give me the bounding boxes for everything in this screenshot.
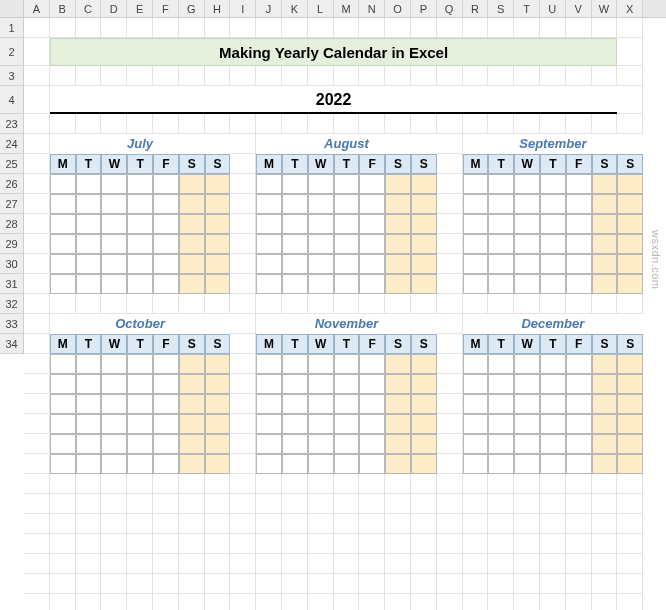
calendar-cell[interactable]: [205, 394, 231, 414]
row-header[interactable]: 4: [0, 86, 24, 114]
calendar-cell[interactable]: [592, 194, 618, 214]
calendar-cell[interactable]: [76, 454, 102, 474]
calendar-cell[interactable]: [205, 354, 231, 374]
calendar-cell[interactable]: [488, 274, 514, 294]
calendar-cell[interactable]: [50, 174, 76, 194]
calendar-cell[interactable]: [334, 214, 360, 234]
calendar-cell[interactable]: [256, 234, 282, 254]
calendar-cell[interactable]: [76, 374, 102, 394]
calendar-cell[interactable]: [411, 454, 437, 474]
calendar-cell[interactable]: [359, 414, 385, 434]
calendar-cell[interactable]: [359, 454, 385, 474]
calendar-cell[interactable]: [540, 254, 566, 274]
calendar-cell[interactable]: [540, 354, 566, 374]
calendar-cell[interactable]: [308, 274, 334, 294]
calendar-cell[interactable]: [153, 274, 179, 294]
calendar-cell[interactable]: [50, 374, 76, 394]
calendar-cell[interactable]: [308, 194, 334, 214]
calendar-cell[interactable]: [540, 434, 566, 454]
calendar-cell[interactable]: [50, 414, 76, 434]
calendar-cell[interactable]: [359, 374, 385, 394]
calendar-cell[interactable]: [50, 254, 76, 274]
calendar-cell[interactable]: [127, 454, 153, 474]
calendar-cell[interactable]: [514, 194, 540, 214]
calendar-cell[interactable]: [385, 454, 411, 474]
calendar-cell[interactable]: [282, 254, 308, 274]
calendar-cell[interactable]: [359, 174, 385, 194]
calendar-cell[interactable]: [411, 234, 437, 254]
calendar-cell[interactable]: [514, 354, 540, 374]
calendar-cell[interactable]: [463, 214, 489, 234]
calendar-cell[interactable]: [488, 194, 514, 214]
calendar-cell[interactable]: [256, 374, 282, 394]
calendar-cell[interactable]: [179, 234, 205, 254]
row-header[interactable]: 2: [0, 38, 24, 66]
calendar-cell[interactable]: [463, 194, 489, 214]
calendar-cell[interactable]: [256, 354, 282, 374]
calendar-cell[interactable]: [359, 274, 385, 294]
calendar-cell[interactable]: [540, 374, 566, 394]
calendar-cell[interactable]: [205, 454, 231, 474]
col-header[interactable]: I: [230, 0, 256, 17]
calendar-cell[interactable]: [463, 234, 489, 254]
calendar-cell[interactable]: [385, 354, 411, 374]
calendar-cell[interactable]: [334, 434, 360, 454]
col-header[interactable]: F: [153, 0, 179, 17]
row-header[interactable]: 31: [0, 274, 24, 294]
calendar-cell[interactable]: [385, 274, 411, 294]
calendar-cell[interactable]: [592, 234, 618, 254]
col-header[interactable]: D: [101, 0, 127, 17]
calendar-cell[interactable]: [76, 214, 102, 234]
calendar-cell[interactable]: [334, 174, 360, 194]
calendar-cell[interactable]: [540, 454, 566, 474]
calendar-cell[interactable]: [411, 374, 437, 394]
calendar-cell[interactable]: [540, 414, 566, 434]
row-header[interactable]: 26: [0, 174, 24, 194]
calendar-cell[interactable]: [127, 174, 153, 194]
calendar-cell[interactable]: [540, 214, 566, 234]
calendar-cell[interactable]: [76, 194, 102, 214]
calendar-cell[interactable]: [50, 274, 76, 294]
calendar-cell[interactable]: [153, 394, 179, 414]
calendar-cell[interactable]: [205, 414, 231, 434]
calendar-cell[interactable]: [359, 214, 385, 234]
calendar-cell[interactable]: [514, 254, 540, 274]
calendar-cell[interactable]: [76, 234, 102, 254]
calendar-cell[interactable]: [592, 254, 618, 274]
col-header[interactable]: P: [411, 0, 437, 17]
calendar-cell[interactable]: [127, 414, 153, 434]
calendar-cell[interactable]: [334, 274, 360, 294]
calendar-cell[interactable]: [540, 274, 566, 294]
calendar-cell[interactable]: [514, 234, 540, 254]
calendar-cell[interactable]: [308, 174, 334, 194]
calendar-cell[interactable]: [101, 274, 127, 294]
calendar-cell[interactable]: [566, 354, 592, 374]
calendar-cell[interactable]: [282, 374, 308, 394]
calendar-cell[interactable]: [76, 274, 102, 294]
calendar-cell[interactable]: [592, 214, 618, 234]
calendar-cell[interactable]: [463, 394, 489, 414]
calendar-cell[interactable]: [256, 254, 282, 274]
calendar-cell[interactable]: [411, 214, 437, 234]
calendar-cell[interactable]: [256, 414, 282, 434]
calendar-cell[interactable]: [179, 374, 205, 394]
calendar-cell[interactable]: [411, 394, 437, 414]
calendar-cell[interactable]: [179, 434, 205, 454]
calendar-cell[interactable]: [101, 414, 127, 434]
calendar-cell[interactable]: [488, 454, 514, 474]
calendar-cell[interactable]: [514, 394, 540, 414]
calendar-cell[interactable]: [592, 394, 618, 414]
calendar-cell[interactable]: [50, 434, 76, 454]
calendar-cell[interactable]: [566, 214, 592, 234]
calendar-cell[interactable]: [205, 434, 231, 454]
calendar-cell[interactable]: [127, 214, 153, 234]
calendar-cell[interactable]: [153, 174, 179, 194]
calendar-cell[interactable]: [617, 394, 643, 414]
calendar-cell[interactable]: [617, 254, 643, 274]
calendar-cell[interactable]: [617, 374, 643, 394]
calendar-cell[interactable]: [308, 434, 334, 454]
calendar-cell[interactable]: [411, 174, 437, 194]
calendar-cell[interactable]: [179, 194, 205, 214]
calendar-cell[interactable]: [179, 414, 205, 434]
col-header[interactable]: E: [127, 0, 153, 17]
